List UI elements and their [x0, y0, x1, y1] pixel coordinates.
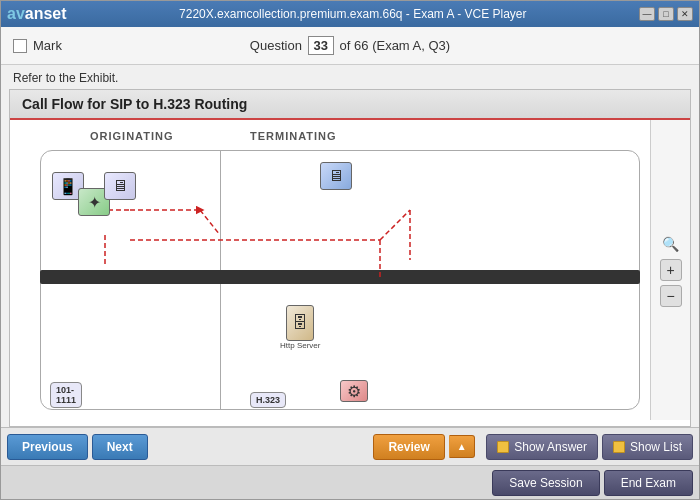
mark-label: Mark — [33, 38, 62, 53]
diagram: ORIGINATING TERMINATING — [10, 120, 690, 420]
show-list-button[interactable]: Show List — [602, 434, 693, 460]
question-info: Question 33 of 66 (Exam A, Q3) — [238, 36, 463, 55]
exhibit-body: ORIGINATING TERMINATING — [10, 120, 690, 420]
close-button[interactable]: ✕ — [677, 7, 693, 21]
refer-text: Refer to the Exhibit. — [13, 71, 118, 85]
show-answer-label: Show Answer — [514, 440, 587, 454]
question-label: Question — [250, 38, 302, 53]
mark-area: Mark — [13, 38, 238, 53]
title-controls: — □ ✕ — [639, 7, 693, 21]
exhibit-header: Call Flow for SIP to H.323 Routing — [10, 90, 690, 120]
server-box: 🗄 — [286, 305, 314, 341]
terminating-device1: 🖥 — [320, 162, 352, 190]
window-title: 7220X.examcollection.premium.exam.66q - … — [179, 7, 526, 21]
h323-text: H.323 — [256, 395, 280, 405]
question-total: of 66 (Exam A, Q3) — [340, 38, 451, 53]
zoom-controls: 🔍 + − — [650, 120, 690, 420]
review-button[interactable]: Review — [373, 434, 444, 460]
app-window: avanset 7220X.examcollection.premium.exa… — [0, 0, 700, 500]
show-list-label: Show List — [630, 440, 682, 454]
show-answer-button[interactable]: Show Answer — [486, 434, 598, 460]
minimize-button[interactable]: — — [639, 7, 655, 21]
app-logo: avanset — [7, 5, 67, 23]
save-session-button[interactable]: Save Session — [492, 470, 599, 496]
mark-checkbox[interactable] — [13, 39, 27, 53]
exhibit-title: Call Flow for SIP to H.323 Routing — [22, 96, 247, 112]
search-icon: 🔍 — [660, 233, 682, 255]
terminating-label: TERMINATING — [250, 130, 337, 142]
originating-device3: 🖥 — [104, 172, 136, 200]
zoom-out-button[interactable]: − — [660, 285, 682, 307]
next-button[interactable]: Next — [92, 434, 148, 460]
title-bar: avanset 7220X.examcollection.premium.exa… — [1, 1, 699, 27]
zoom-in-button[interactable]: + — [660, 259, 682, 281]
bottom-device: ⚙ — [340, 380, 368, 402]
question-area: Refer to the Exhibit. — [1, 65, 699, 89]
http-server-label: Http Server — [280, 341, 320, 350]
device-box-blue: 🖥 — [320, 162, 352, 190]
bottom-bar2: Save Session End Exam — [1, 465, 699, 499]
review-arrow-button[interactable]: ▲ — [449, 435, 475, 458]
logo-part2: anset — [25, 5, 67, 22]
end-exam-button[interactable]: End Exam — [604, 470, 693, 496]
maximize-button[interactable]: □ — [658, 7, 674, 21]
previous-button[interactable]: Previous — [7, 434, 88, 460]
top-bar: Mark Question 33 of 66 (Exam A, Q3) — [1, 27, 699, 65]
phone1-label: 101-1111 — [50, 382, 82, 408]
http-server-device: 🗄 Http Server — [280, 305, 320, 350]
title-bar-left: avanset — [7, 5, 67, 23]
show-answer-indicator — [497, 441, 509, 453]
logo-part1: av — [7, 5, 25, 22]
show-list-indicator — [613, 441, 625, 453]
bottom-device-box: ⚙ — [340, 380, 368, 402]
originating-label: ORIGINATING — [90, 130, 174, 142]
exhibit-container: Call Flow for SIP to H.323 Routing ORIGI… — [9, 89, 691, 427]
phone1-text: 101-1111 — [56, 385, 76, 405]
question-number: 33 — [308, 36, 334, 55]
bottom-bar1: Previous Next Review ▲ Show Answer Show … — [1, 427, 699, 465]
device-box3: 🖥 — [104, 172, 136, 200]
horizontal-bar — [40, 270, 640, 284]
h323-label: H.323 — [250, 392, 286, 408]
